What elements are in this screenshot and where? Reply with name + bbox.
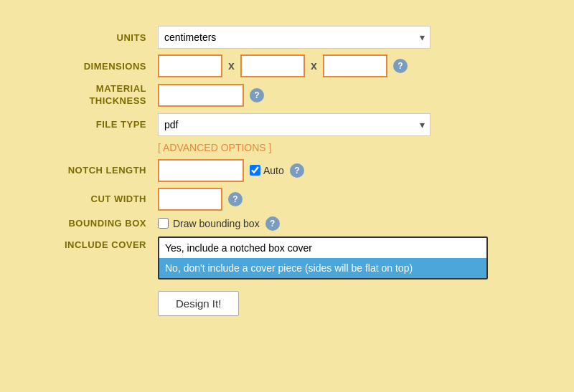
file-type-select-wrapper: pdf svg dxf: [158, 113, 430, 136]
advanced-options-link[interactable]: [ ADVANCED OPTIONS ]: [158, 142, 271, 153]
notch-length-input[interactable]: 0.46875: [158, 159, 244, 182]
notch-length-row: NOTCH LENGTH 0.46875 Auto ?: [29, 159, 545, 182]
cover-option-yes: Yes, include a notched box cover: [159, 238, 486, 258]
cut-width-controls: 0 ?: [158, 188, 243, 211]
design-button-row: Design It!: [29, 285, 545, 316]
file-type-row: FILE TYPE pdf svg dxf: [29, 113, 545, 136]
dimension-z-input[interactable]: 6: [323, 54, 387, 77]
units-label: UNITS: [29, 32, 158, 43]
dimensions-row: DIMENSIONS 4 x 5 x 6 ?: [29, 54, 545, 77]
design-button-controls: Design It!: [158, 285, 239, 316]
include-cover-controls: Yes, include a notched box cover No, don…: [158, 236, 488, 279]
material-thickness-controls: 0.1875 ?: [158, 84, 264, 107]
bounding-box-checkbox[interactable]: [158, 218, 169, 229]
advanced-options-controls: [ ADVANCED OPTIONS ]: [158, 142, 271, 153]
dimensions-help-icon[interactable]: ?: [393, 59, 408, 73]
include-cover-label: INCLUDE COVER: [29, 236, 158, 250]
cut-width-row: CUT WIDTH 0 ?: [29, 188, 545, 211]
units-select[interactable]: centimeters inches millimeters: [158, 26, 430, 49]
units-controls: centimeters inches millimeters: [158, 26, 430, 49]
bounding-box-help-icon[interactable]: ?: [265, 216, 280, 231]
units-row: UNITS centimeters inches millimeters: [29, 26, 545, 49]
file-type-select[interactable]: pdf svg dxf: [158, 113, 430, 136]
bounding-box-label: BOUNDING BOX: [29, 218, 158, 229]
units-select-wrapper: centimeters inches millimeters: [158, 26, 430, 49]
cover-option-no: No, don't include a cover piece (sides w…: [159, 258, 486, 278]
dimension-y-input[interactable]: 5: [240, 54, 305, 77]
dimensions-controls: 4 x 5 x 6 ?: [158, 54, 408, 77]
file-type-label: FILE TYPE: [29, 119, 158, 130]
include-cover-select[interactable]: Yes, include a notched box cover No, don…: [158, 236, 488, 279]
material-thickness-label: MATERIAL THICKNESS: [29, 83, 158, 107]
cut-width-label: CUT WIDTH: [29, 193, 158, 204]
dimensions-label: DIMENSIONS: [29, 61, 158, 72]
include-cover-row: INCLUDE COVER Yes, include a notched box…: [29, 236, 545, 279]
auto-checkbox[interactable]: [250, 165, 260, 176]
cut-width-help-icon[interactable]: ?: [228, 192, 243, 206]
bounding-box-controls: Draw bounding box ?: [158, 216, 280, 231]
design-it-button[interactable]: Design It!: [158, 291, 239, 316]
notch-length-help-icon[interactable]: ?: [290, 163, 304, 178]
advanced-options-row: [ ADVANCED OPTIONS ]: [29, 142, 545, 153]
dimension-x-input[interactable]: 4: [158, 54, 222, 77]
bounding-box-checkbox-label: Draw bounding box: [158, 218, 260, 229]
notch-length-label: NOTCH LENGTH: [29, 165, 158, 176]
x-separator-2: x: [311, 59, 317, 72]
material-thickness-help-icon[interactable]: ?: [250, 88, 264, 102]
x-separator-1: x: [228, 59, 235, 72]
material-thickness-row: MATERIAL THICKNESS 0.1875 ?: [29, 83, 545, 107]
notch-length-controls: 0.46875 Auto ?: [158, 159, 304, 182]
file-type-controls: pdf svg dxf: [158, 113, 430, 136]
auto-label: Auto: [263, 165, 284, 176]
auto-checkbox-label: Auto: [250, 165, 284, 176]
bounding-box-text: Draw bounding box: [173, 218, 260, 229]
cut-width-input[interactable]: 0: [158, 188, 222, 211]
bounding-box-row: BOUNDING BOX Draw bounding box ?: [29, 216, 545, 231]
material-thickness-input[interactable]: 0.1875: [158, 84, 244, 107]
